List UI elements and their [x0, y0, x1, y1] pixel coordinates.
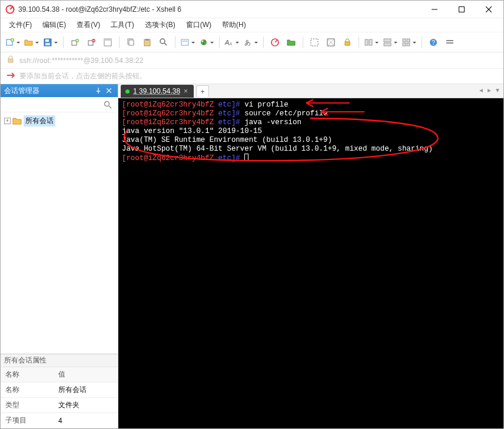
tree-expander-icon[interactable]: + — [4, 118, 11, 124]
tab-nav-prev-icon[interactable]: ◂ — [478, 86, 485, 94]
session-properties: 所有会话属性 名称 值 名称所有会话 类型文件夹 子项目4 — [1, 354, 118, 428]
xshell-button[interactable] — [267, 35, 283, 50]
folder-icon — [12, 116, 22, 125]
toolbar-separator — [263, 36, 264, 48]
svg-rect-33 — [365, 39, 368, 45]
toolbar-separator — [303, 36, 303, 48]
layout-vertical-button[interactable] — [382, 35, 399, 50]
svg-rect-44 — [446, 42, 453, 44]
table-row: 类型文件夹 — [1, 398, 118, 413]
lock-button[interactable] — [340, 35, 355, 50]
minimize-button[interactable] — [421, 1, 448, 18]
svg-rect-37 — [403, 39, 406, 42]
open-session-button[interactable] — [23, 35, 41, 50]
terminal-cursor — [244, 154, 248, 161]
svg-rect-6 — [45, 43, 50, 45]
menu-view[interactable]: 查看(V) — [72, 18, 105, 32]
tab-session-1[interactable]: 1 39.100.54.38 × — [121, 85, 194, 98]
menu-help[interactable]: 帮助(H) — [217, 18, 251, 32]
tab-nav-next-icon[interactable]: ▸ — [486, 86, 493, 94]
svg-rect-5 — [45, 39, 49, 42]
xftp-button[interactable] — [284, 35, 299, 50]
window-title: 39.100.54.38 - root@iZq62cr3hry4bfZ:/etc… — [18, 5, 181, 14]
tab-nav: ◂ ▸ ▾ — [478, 86, 501, 94]
svg-rect-14 — [129, 40, 134, 45]
address-bar[interactable]: ssh://root:***********@39.100.54.38:22 — [1, 52, 503, 69]
properties-header-row: 名称 值 — [1, 367, 118, 383]
menu-file[interactable]: 文件(F) — [4, 18, 37, 32]
search-icon[interactable] — [101, 99, 114, 111]
layout-horizontal-button[interactable] — [363, 35, 380, 50]
svg-rect-16 — [145, 39, 149, 41]
menu-window[interactable]: 窗口(W) — [181, 18, 216, 32]
svg-point-22 — [201, 39, 207, 45]
svg-point-24 — [204, 40, 206, 42]
properties-title: 所有会话属性 — [1, 354, 118, 367]
find-button[interactable] — [156, 35, 171, 50]
help-button[interactable]: ? — [426, 35, 441, 50]
maximize-button[interactable] — [448, 1, 475, 18]
reconnect-button[interactable] — [67, 35, 82, 50]
properties-col-name: 名称 — [1, 367, 54, 383]
terminal[interactable]: [root@iZq62cr3hry4bfZ etc]# vi profile [… — [118, 98, 503, 428]
svg-point-21 — [186, 41, 187, 42]
tab-label: 1 39.100.54.38 — [133, 87, 180, 95]
tree-label: 所有会话 — [24, 115, 55, 127]
copy-button[interactable] — [123, 35, 138, 50]
svg-rect-38 — [407, 39, 410, 42]
paste-button[interactable] — [140, 35, 155, 50]
hint-text: 要添加当前会话，点击左侧的箭头按钮。 — [19, 71, 147, 81]
transparency-button[interactable] — [323, 35, 339, 50]
svg-point-23 — [202, 40, 204, 42]
annotation-arrow-1 — [304, 98, 351, 108]
svg-rect-36 — [384, 43, 391, 46]
properties-col-value: 值 — [54, 367, 118, 383]
new-session-button[interactable] — [4, 35, 22, 50]
menu-tools[interactable]: 工具(T) — [106, 18, 138, 32]
toolbar-separator — [422, 36, 422, 48]
hint-arrow-icon — [6, 71, 16, 81]
toolbar-separator — [219, 36, 220, 48]
toolbar-separator — [359, 36, 359, 48]
properties-table: 名称 值 名称所有会话 类型文件夹 子项目4 — [1, 367, 118, 428]
menu-tabs[interactable]: 选项卡(B) — [140, 18, 180, 32]
svg-rect-34 — [369, 39, 372, 45]
hint-bar: 要添加当前会话，点击左侧的箭头按钮。 — [1, 69, 503, 84]
svg-rect-35 — [384, 39, 391, 42]
svg-text:?: ? — [432, 39, 435, 46]
svg-text:A: A — [228, 41, 232, 46]
connection-status-icon — [125, 89, 130, 94]
toolbar-separator — [175, 36, 175, 48]
svg-rect-40 — [407, 43, 410, 46]
toolbar-options-button[interactable] — [442, 35, 457, 50]
svg-rect-12 — [104, 39, 111, 41]
session-tree[interactable]: + 所有会话 — [1, 112, 118, 354]
svg-rect-30 — [311, 39, 318, 46]
fullscreen-button[interactable] — [307, 35, 322, 50]
svg-point-25 — [203, 42, 205, 44]
tab-nav-menu-icon[interactable]: ▾ — [494, 86, 501, 94]
lock-icon — [6, 55, 15, 65]
menubar: 文件(F) 编辑(E) 查看(V) 工具(T) 选项卡(B) 窗口(W) 帮助(… — [1, 18, 503, 32]
encoding-button[interactable]: あ — [242, 35, 260, 50]
tree-item-all-sessions[interactable]: + 所有会话 — [3, 115, 115, 127]
main-area: 会话管理器 + 所有会话 所有会话属性 — [1, 84, 503, 428]
close-button[interactable] — [475, 1, 502, 18]
svg-point-20 — [184, 41, 185, 42]
svg-rect-18 — [181, 39, 188, 45]
session-manager-header: 会话管理器 — [1, 84, 118, 97]
svg-rect-1 — [459, 6, 465, 12]
tab-close-button[interactable]: × — [184, 87, 188, 95]
panel-pin-button[interactable] — [93, 86, 104, 95]
new-tab-button[interactable]: + — [196, 85, 209, 97]
font-button[interactable]: AA — [223, 35, 241, 50]
panel-close-button[interactable] — [104, 86, 114, 95]
quick-command-button[interactable] — [179, 35, 197, 50]
layout-grid-button[interactable] — [400, 35, 418, 50]
color-scheme-button[interactable] — [198, 35, 215, 50]
properties-button[interactable] — [100, 35, 115, 50]
save-button[interactable] — [42, 35, 59, 50]
disconnect-button[interactable] — [84, 35, 99, 50]
menu-edit[interactable]: 编辑(E) — [38, 18, 71, 32]
toolbar-separator — [119, 36, 120, 48]
